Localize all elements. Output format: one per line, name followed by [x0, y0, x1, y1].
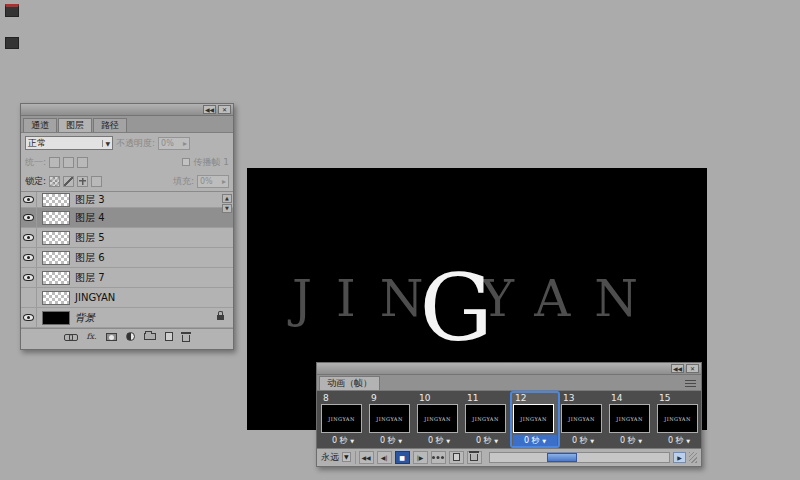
- frame-delay[interactable]: 0 秒 ▼: [417, 435, 461, 446]
- frame-thumbnail[interactable]: JINGYAN: [369, 404, 410, 433]
- frame-delay[interactable]: 0 秒 ▼: [609, 435, 653, 446]
- chevron-down-icon: ▼: [102, 140, 110, 147]
- new-group-icon[interactable]: [144, 333, 156, 340]
- layer-thumbnail[interactable]: [42, 271, 70, 285]
- adjustment-layer-icon[interactable]: [126, 332, 135, 341]
- loop-count-select[interactable]: 永远 ▼: [321, 451, 356, 464]
- chevron-down-icon: ▼: [446, 438, 450, 444]
- layer-thumbnail[interactable]: [42, 251, 70, 265]
- layer-row-background[interactable]: 背景: [21, 308, 233, 328]
- lock-position-icon[interactable]: [77, 176, 88, 187]
- animation-panel-titlebar: ◀◀ ✕: [317, 363, 701, 375]
- frame-thumbnail[interactable]: JINGYAN: [465, 404, 506, 433]
- panel-resize-grip[interactable]: [689, 452, 697, 463]
- delete-layer-icon[interactable]: [182, 335, 190, 342]
- fill-field[interactable]: 0% ▸: [197, 175, 229, 188]
- lock-all-icon[interactable]: [91, 176, 102, 187]
- layer-name: 图层 4: [75, 211, 105, 225]
- visibility-toggle[interactable]: [21, 268, 37, 287]
- layer-row[interactable]: 图层 4: [21, 208, 233, 228]
- visibility-toggle[interactable]: [21, 192, 37, 207]
- layer-row[interactable]: 图层 3: [21, 192, 233, 208]
- tween-button[interactable]: [431, 451, 446, 464]
- unify-position-icon[interactable]: [49, 157, 60, 168]
- frames-scrollbar[interactable]: [489, 452, 670, 463]
- panel-menu-icon[interactable]: [685, 380, 696, 387]
- new-layer-icon[interactable]: [165, 332, 173, 341]
- propagate-frame-checkbox[interactable]: [182, 158, 190, 166]
- frame-number: 14: [609, 393, 653, 404]
- layer-row[interactable]: 图层 7: [21, 268, 233, 288]
- scroll-up-icon[interactable]: ▲: [222, 194, 232, 203]
- next-frame-button[interactable]: |▶: [413, 451, 428, 464]
- duplicate-frame-icon: [453, 453, 460, 461]
- frame-delay[interactable]: 0 秒 ▼: [321, 435, 365, 446]
- stop-button[interactable]: ■: [395, 451, 410, 464]
- collapse-panel-icon[interactable]: ◀◀: [203, 105, 216, 114]
- frame-number: 12: [513, 393, 557, 404]
- layer-thumbnail[interactable]: [42, 311, 70, 325]
- frame-delay[interactable]: 0 秒 ▼: [561, 435, 605, 446]
- animation-frame[interactable]: 9 JINGYAN 0 秒 ▼: [367, 392, 415, 447]
- frame-thumbnail[interactable]: JINGYAN: [417, 404, 458, 433]
- scroll-right-icon[interactable]: ▶: [673, 452, 686, 463]
- previous-frame-button[interactable]: ◀|: [377, 451, 392, 464]
- fill-value: 0%: [200, 177, 213, 186]
- frames-scrollbar-thumb[interactable]: [547, 453, 577, 462]
- tab-animation-frames[interactable]: 动画（帧）: [319, 376, 380, 390]
- layer-thumbnail[interactable]: [42, 193, 70, 207]
- layer-thumbnail[interactable]: [42, 291, 70, 305]
- collapse-panel-icon[interactable]: ◀◀: [671, 364, 684, 373]
- animation-frame[interactable]: 14 JINGYAN 0 秒 ▼: [607, 392, 655, 447]
- link-layers-icon[interactable]: [64, 334, 77, 340]
- layers-panel-tabs: 通道 图层 路径: [21, 116, 233, 133]
- layer-thumbnail[interactable]: [42, 211, 70, 225]
- layer-row[interactable]: JINGYAN: [21, 288, 233, 308]
- layer-style-icon[interactable]: fx.: [86, 332, 96, 341]
- visibility-toggle[interactable]: [21, 308, 37, 327]
- duplicate-frame-button[interactable]: [449, 451, 464, 464]
- layer-row[interactable]: 图层 5: [21, 228, 233, 248]
- chevron-down-icon: ▼: [494, 438, 498, 444]
- tab-channels[interactable]: 通道: [23, 118, 57, 132]
- first-frame-button[interactable]: ◀◀: [359, 451, 374, 464]
- animation-frame[interactable]: 8 JINGYAN 0 秒 ▼: [319, 392, 367, 447]
- frame-delay[interactable]: 0 秒 ▼: [369, 435, 413, 446]
- animation-frame-selected[interactable]: 12 JINGYAN 0 秒 ▼: [511, 392, 559, 447]
- frame-delay[interactable]: 0 秒 ▼: [465, 435, 509, 446]
- frames-strip: 8 JINGYAN 0 秒 ▼ 9 JINGYAN 0 秒 ▼: [317, 391, 701, 448]
- add-mask-icon[interactable]: [106, 333, 117, 341]
- visibility-toggle[interactable]: [21, 248, 37, 267]
- lock-transparency-icon[interactable]: [49, 176, 60, 187]
- scroll-down-icon[interactable]: ▼: [222, 204, 232, 213]
- frame-thumbnail[interactable]: JINGYAN: [321, 404, 362, 433]
- frame-delay[interactable]: 0 秒 ▼: [513, 435, 557, 446]
- animation-frame[interactable]: 13 JINGYAN 0 秒 ▼: [559, 392, 607, 447]
- tab-paths[interactable]: 路径: [93, 118, 127, 132]
- visibility-toggle[interactable]: [21, 288, 37, 307]
- frame-thumbnail-word: JINGYAN: [664, 416, 691, 422]
- layer-thumbnail[interactable]: [42, 231, 70, 245]
- opacity-field[interactable]: 0% ▸: [158, 137, 190, 150]
- close-panel-icon[interactable]: ✕: [686, 364, 699, 373]
- visibility-toggle[interactable]: [21, 228, 37, 247]
- animation-frame[interactable]: 11 JINGYAN 0 秒 ▼: [463, 392, 511, 447]
- close-panel-icon[interactable]: ✕: [218, 105, 231, 114]
- eye-icon: [23, 214, 34, 221]
- delete-frame-button[interactable]: [467, 451, 482, 464]
- visibility-toggle[interactable]: [21, 208, 37, 227]
- frame-delay[interactable]: 0 秒 ▼: [657, 435, 701, 446]
- frame-thumbnail[interactable]: JINGYAN: [657, 404, 698, 433]
- animation-frame[interactable]: 15 JINGYAN 0 秒 ▼: [655, 392, 701, 447]
- frame-thumbnail[interactable]: JINGYAN: [561, 404, 602, 433]
- unify-style-icon[interactable]: [77, 157, 88, 168]
- tab-layers[interactable]: 图层: [58, 118, 92, 132]
- frame-thumbnail[interactable]: JINGYAN: [609, 404, 650, 433]
- blend-mode-select[interactable]: 正常 ▼: [25, 136, 113, 150]
- unify-visibility-icon[interactable]: [63, 157, 74, 168]
- lock-pixels-icon[interactable]: [63, 176, 74, 187]
- cropped-toolbox-icon-top: [5, 4, 19, 17]
- frame-thumbnail[interactable]: JINGYAN: [513, 404, 554, 433]
- layer-row[interactable]: 图层 6: [21, 248, 233, 268]
- animation-frame[interactable]: 10 JINGYAN 0 秒 ▼: [415, 392, 463, 447]
